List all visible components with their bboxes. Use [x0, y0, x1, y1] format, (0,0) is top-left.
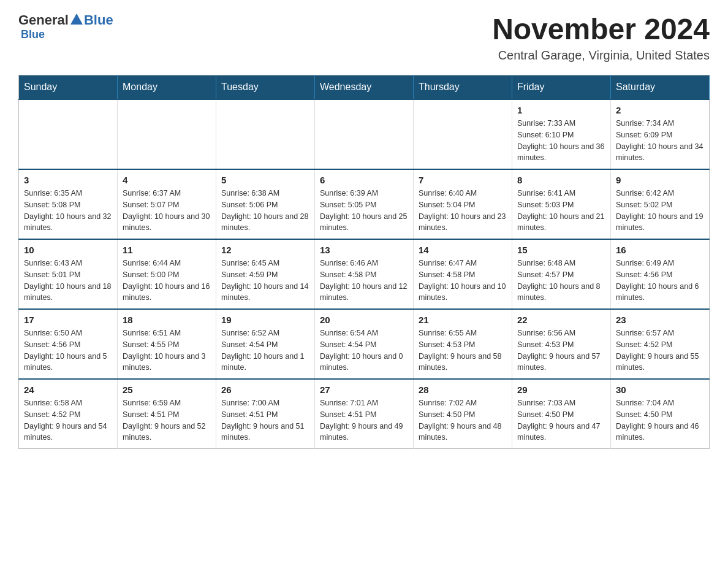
- day-of-week-wednesday: Wednesday: [315, 75, 414, 100]
- calendar-cell: [118, 99, 216, 169]
- calendar-cell: [216, 99, 315, 169]
- day-of-week-sunday: Sunday: [19, 75, 118, 100]
- days-of-week-row: SundayMondayTuesdayWednesdayThursdayFrid…: [19, 75, 710, 100]
- day-number: 17: [24, 315, 112, 325]
- calendar-cell: 28Sunrise: 7:02 AMSunset: 4:50 PMDayligh…: [414, 379, 512, 449]
- day-info: Sunrise: 7:04 AMSunset: 4:50 PMDaylight:…: [616, 397, 704, 443]
- calendar-cell: [315, 99, 414, 169]
- day-number: 3: [24, 175, 112, 185]
- day-number: 1: [517, 105, 605, 115]
- day-of-week-friday: Friday: [512, 75, 611, 100]
- day-number: 29: [517, 385, 605, 395]
- logo: General Blue Blue: [18, 12, 113, 41]
- calendar-header: SundayMondayTuesdayWednesdayThursdayFrid…: [19, 75, 710, 100]
- calendar-cell: 8Sunrise: 6:41 AMSunset: 5:03 PMDaylight…: [512, 169, 611, 239]
- calendar-cell: 24Sunrise: 6:58 AMSunset: 4:52 PMDayligh…: [19, 379, 118, 449]
- calendar-cell: [19, 99, 118, 169]
- day-info: Sunrise: 6:37 AMSunset: 5:07 PMDaylight:…: [123, 188, 211, 234]
- day-number: 9: [616, 175, 704, 185]
- day-number: 30: [616, 385, 704, 395]
- day-info: Sunrise: 7:00 AMSunset: 4:51 PMDaylight:…: [221, 397, 309, 443]
- day-info: Sunrise: 6:51 AMSunset: 4:55 PMDaylight:…: [123, 327, 211, 373]
- day-number: 12: [221, 245, 309, 255]
- day-number: 22: [517, 315, 605, 325]
- day-info: Sunrise: 6:47 AMSunset: 4:58 PMDaylight:…: [419, 258, 507, 304]
- calendar-cell: 3Sunrise: 6:35 AMSunset: 5:08 PMDaylight…: [19, 169, 118, 239]
- calendar-cell: 23Sunrise: 6:57 AMSunset: 4:52 PMDayligh…: [611, 309, 710, 379]
- day-number: 21: [419, 315, 507, 325]
- calendar-cell: 13Sunrise: 6:46 AMSunset: 4:58 PMDayligh…: [315, 239, 414, 309]
- day-of-week-saturday: Saturday: [611, 75, 710, 100]
- day-of-week-thursday: Thursday: [414, 75, 512, 100]
- calendar-body: 1Sunrise: 7:33 AMSunset: 6:10 PMDaylight…: [19, 99, 710, 449]
- calendar-cell: 19Sunrise: 6:52 AMSunset: 4:54 PMDayligh…: [216, 309, 315, 379]
- day-info: Sunrise: 6:42 AMSunset: 5:02 PMDaylight:…: [616, 188, 704, 234]
- day-info: Sunrise: 7:01 AMSunset: 4:51 PMDaylight:…: [320, 397, 408, 443]
- calendar-cell: 11Sunrise: 6:44 AMSunset: 5:00 PMDayligh…: [118, 239, 216, 309]
- calendar-cell: [414, 99, 512, 169]
- day-number: 24: [24, 385, 112, 395]
- calendar-cell: 10Sunrise: 6:43 AMSunset: 5:01 PMDayligh…: [19, 239, 118, 309]
- day-info: Sunrise: 7:02 AMSunset: 4:50 PMDaylight:…: [419, 397, 507, 443]
- day-info: Sunrise: 6:52 AMSunset: 4:54 PMDaylight:…: [221, 327, 309, 373]
- day-number: 28: [419, 385, 507, 395]
- day-number: 27: [320, 385, 408, 395]
- day-info: Sunrise: 6:54 AMSunset: 4:54 PMDaylight:…: [320, 327, 408, 373]
- calendar-cell: 14Sunrise: 6:47 AMSunset: 4:58 PMDayligh…: [414, 239, 512, 309]
- calendar-cell: 25Sunrise: 6:59 AMSunset: 4:51 PMDayligh…: [118, 379, 216, 449]
- day-number: 11: [123, 245, 211, 255]
- day-info: Sunrise: 6:45 AMSunset: 4:59 PMDaylight:…: [221, 258, 309, 304]
- calendar-cell: 7Sunrise: 6:40 AMSunset: 5:04 PMDaylight…: [414, 169, 512, 239]
- location-subtitle: Central Garage, Virginia, United States: [492, 48, 710, 63]
- day-info: Sunrise: 6:41 AMSunset: 5:03 PMDaylight:…: [517, 188, 605, 234]
- day-info: Sunrise: 7:33 AMSunset: 6:10 PMDaylight:…: [517, 118, 605, 164]
- calendar-cell: 9Sunrise: 6:42 AMSunset: 5:02 PMDaylight…: [611, 169, 710, 239]
- day-number: 26: [221, 385, 309, 395]
- day-info: Sunrise: 6:56 AMSunset: 4:53 PMDaylight:…: [517, 327, 605, 373]
- day-info: Sunrise: 6:39 AMSunset: 5:05 PMDaylight:…: [320, 188, 408, 234]
- calendar-cell: 15Sunrise: 6:48 AMSunset: 4:57 PMDayligh…: [512, 239, 611, 309]
- day-number: 2: [616, 105, 704, 115]
- calendar-cell: 16Sunrise: 6:49 AMSunset: 4:56 PMDayligh…: [611, 239, 710, 309]
- day-number: 20: [320, 315, 408, 325]
- calendar-cell: 6Sunrise: 6:39 AMSunset: 5:05 PMDaylight…: [315, 169, 414, 239]
- day-number: 6: [320, 175, 408, 185]
- calendar-cell: 29Sunrise: 7:03 AMSunset: 4:50 PMDayligh…: [512, 379, 611, 449]
- day-info: Sunrise: 6:35 AMSunset: 5:08 PMDaylight:…: [24, 188, 112, 234]
- day-number: 13: [320, 245, 408, 255]
- day-info: Sunrise: 6:48 AMSunset: 4:57 PMDaylight:…: [517, 258, 605, 304]
- day-of-week-tuesday: Tuesday: [216, 75, 315, 100]
- day-number: 4: [123, 175, 211, 185]
- calendar-cell: 4Sunrise: 6:37 AMSunset: 5:07 PMDaylight…: [118, 169, 216, 239]
- day-info: Sunrise: 6:38 AMSunset: 5:06 PMDaylight:…: [221, 188, 309, 234]
- day-info: Sunrise: 6:40 AMSunset: 5:04 PMDaylight:…: [419, 188, 507, 234]
- day-info: Sunrise: 6:55 AMSunset: 4:53 PMDaylight:…: [419, 327, 507, 373]
- calendar-cell: 21Sunrise: 6:55 AMSunset: 4:53 PMDayligh…: [414, 309, 512, 379]
- week-row-4: 17Sunrise: 6:50 AMSunset: 4:56 PMDayligh…: [19, 309, 710, 379]
- calendar-cell: 2Sunrise: 7:34 AMSunset: 6:09 PMDaylight…: [611, 99, 710, 169]
- calendar-cell: 30Sunrise: 7:04 AMSunset: 4:50 PMDayligh…: [611, 379, 710, 449]
- main-title: November 2024: [492, 12, 710, 46]
- day-number: 23: [616, 315, 704, 325]
- calendar-cell: 12Sunrise: 6:45 AMSunset: 4:59 PMDayligh…: [216, 239, 315, 309]
- logo-bottom-blue: Blue: [21, 28, 45, 41]
- title-block: November 2024 Central Garage, Virginia, …: [492, 12, 710, 63]
- day-number: 5: [221, 175, 309, 185]
- page-header: General Blue Blue November 2024 Central …: [18, 12, 710, 63]
- calendar-cell: 27Sunrise: 7:01 AMSunset: 4:51 PMDayligh…: [315, 379, 414, 449]
- day-number: 7: [419, 175, 507, 185]
- calendar-table: SundayMondayTuesdayWednesdayThursdayFrid…: [18, 75, 710, 449]
- week-row-5: 24Sunrise: 6:58 AMSunset: 4:52 PMDayligh…: [19, 379, 710, 449]
- day-info: Sunrise: 6:57 AMSunset: 4:52 PMDaylight:…: [616, 327, 704, 373]
- week-row-2: 3Sunrise: 6:35 AMSunset: 5:08 PMDaylight…: [19, 169, 710, 239]
- day-info: Sunrise: 6:50 AMSunset: 4:56 PMDaylight:…: [24, 327, 112, 373]
- logo-general-text: General: [18, 12, 69, 28]
- day-info: Sunrise: 6:59 AMSunset: 4:51 PMDaylight:…: [123, 397, 211, 443]
- day-info: Sunrise: 6:44 AMSunset: 5:00 PMDaylight:…: [123, 258, 211, 304]
- day-info: Sunrise: 6:46 AMSunset: 4:58 PMDaylight:…: [320, 258, 408, 304]
- day-info: Sunrise: 6:43 AMSunset: 5:01 PMDaylight:…: [24, 258, 112, 304]
- day-number: 10: [24, 245, 112, 255]
- week-row-1: 1Sunrise: 7:33 AMSunset: 6:10 PMDaylight…: [19, 99, 710, 169]
- calendar-cell: 17Sunrise: 6:50 AMSunset: 4:56 PMDayligh…: [19, 309, 118, 379]
- calendar-cell: 20Sunrise: 6:54 AMSunset: 4:54 PMDayligh…: [315, 309, 414, 379]
